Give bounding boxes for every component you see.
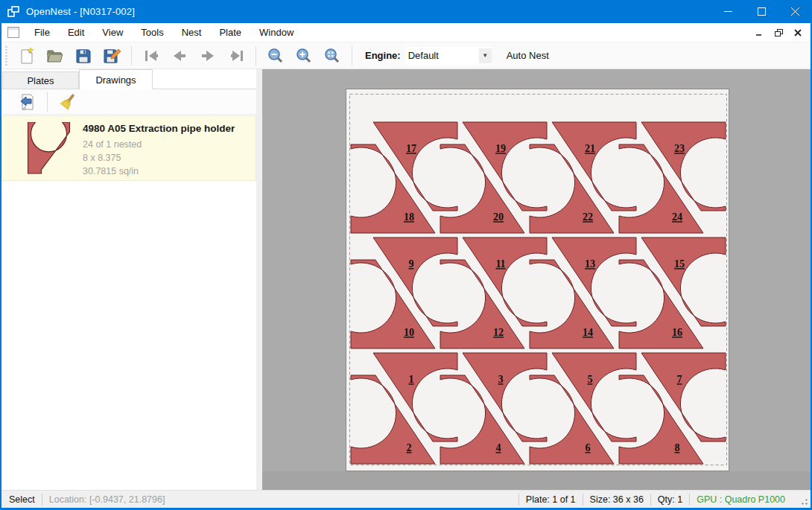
zoom-in-button[interactable] <box>291 45 317 67</box>
nested-part[interactable] <box>641 122 726 211</box>
panel-splitter[interactable] <box>256 69 262 490</box>
open-file-button[interactable] <box>42 45 68 67</box>
nested-part[interactable] <box>530 144 614 233</box>
zoom-out-icon <box>267 48 284 64</box>
engine-value: Default <box>405 50 479 61</box>
import-drawing-button[interactable] <box>14 91 39 113</box>
nested-part[interactable] <box>552 238 636 326</box>
nested-part[interactable] <box>530 375 614 464</box>
engine-combobox[interactable]: Default ▼ <box>405 47 492 65</box>
menu-edit[interactable]: Edit <box>59 23 93 42</box>
import-drawing-icon <box>18 93 36 111</box>
nested-part[interactable] <box>351 144 435 233</box>
tab-plates[interactable]: Plates <box>2 71 79 89</box>
engine-label: Engine: <box>365 50 401 61</box>
nested-part[interactable] <box>440 375 524 464</box>
first-plate-icon <box>143 49 159 63</box>
zoom-out-button[interactable] <box>263 45 288 67</box>
chevron-down-icon[interactable]: ▼ <box>479 48 492 63</box>
opennest-window: OpenNest - [N0317-002] File Edit View To… <box>0 0 812 510</box>
close-button[interactable] <box>778 0 812 23</box>
nested-part[interactable] <box>619 260 703 348</box>
menu-file[interactable]: File <box>25 23 59 42</box>
drawing-size: 8 x 8.375 <box>83 151 235 165</box>
menu-tools[interactable]: Tools <box>132 23 172 42</box>
nested-part[interactable] <box>463 353 547 442</box>
title-bar: OpenNest - [N0317-002] <box>0 0 812 23</box>
main-toolbar: Engine: Default ▼ Auto Nest <box>1 42 811 69</box>
mdi-restore-icon[interactable] <box>770 25 787 40</box>
tab-drawings[interactable]: Drawings <box>79 69 153 89</box>
status-plate: Plate: 1 of 1 <box>526 494 576 505</box>
part-number-label: 10 <box>404 327 414 338</box>
nested-part[interactable] <box>552 122 636 211</box>
nested-part[interactable] <box>373 122 457 211</box>
part-number-label: 23 <box>674 143 685 154</box>
new-file-button[interactable] <box>14 45 39 67</box>
nested-part[interactable] <box>463 122 547 211</box>
part-number-label: 20 <box>493 211 504 223</box>
part-number-label: 2 <box>407 442 412 453</box>
save-as-icon <box>103 48 121 64</box>
drawings-panel: Plates Drawings <box>1 69 256 490</box>
zoom-in-icon <box>296 48 312 64</box>
part-number-label: 16 <box>672 327 682 338</box>
menu-window[interactable]: Window <box>250 23 302 42</box>
menu-bar: File Edit View Tools Nest Plate Window <box>1 23 811 42</box>
toolbar-grip[interactable] <box>4 46 8 66</box>
drawings-toolbar <box>1 89 256 115</box>
part-number-label: 22 <box>583 211 593 223</box>
nested-part[interactable] <box>373 353 457 442</box>
nested-part[interactable] <box>641 238 726 326</box>
menu-plate[interactable]: Plate <box>210 23 250 42</box>
canvas-bottom-strip <box>262 471 812 490</box>
zoom-fit-button[interactable] <box>320 45 345 67</box>
part-number-label: 19 <box>495 143 506 154</box>
nested-part[interactable] <box>351 260 435 348</box>
menu-view[interactable]: View <box>93 23 132 42</box>
drawing-list-item[interactable]: 4980 A05 Extraction pipe holder 24 of 1 … <box>1 115 256 181</box>
part-number-label: 17 <box>406 143 416 154</box>
part-number-label: 24 <box>672 211 682 223</box>
clear-drawings-icon <box>59 93 77 111</box>
part-number-label: 8 <box>675 442 680 453</box>
minimize-button[interactable] <box>711 0 745 23</box>
next-plate-icon <box>200 49 215 63</box>
nested-part[interactable] <box>351 375 435 464</box>
save-button[interactable] <box>71 45 96 67</box>
last-plate-icon <box>228 49 244 63</box>
drawing-title: 4980 A05 Extraction pipe holder <box>83 123 235 134</box>
mdi-minimize-icon[interactable] <box>751 25 767 40</box>
nested-part[interactable] <box>463 238 547 326</box>
nested-part[interactable] <box>530 260 614 348</box>
nested-part[interactable] <box>552 353 636 442</box>
nested-part[interactable] <box>440 260 524 348</box>
part-number-label: 12 <box>493 327 504 338</box>
previous-plate-button[interactable] <box>167 45 192 67</box>
part-number-label: 13 <box>585 258 595 270</box>
clear-drawings-button[interactable] <box>55 91 80 113</box>
nest-drawing[interactable]: 171819202122232491011121314151612345678 <box>346 89 730 472</box>
open-file-icon <box>46 48 64 64</box>
nested-part[interactable] <box>619 144 703 233</box>
nested-part[interactable] <box>373 238 457 326</box>
part-number-label: 4 <box>496 442 501 453</box>
nested-part[interactable] <box>641 353 726 442</box>
plate-sheet[interactable]: 171819202122232491011121314151612345678 <box>346 89 729 471</box>
last-plate-button[interactable] <box>223 45 249 67</box>
nest-canvas[interactable]: 171819202122232491011121314151612345678 <box>262 69 812 490</box>
resize-grip-icon[interactable] <box>799 496 808 506</box>
auto-nest-button[interactable]: Auto Nest <box>502 47 554 64</box>
mdi-document-icon[interactable] <box>7 27 19 38</box>
nested-part[interactable] <box>440 144 524 233</box>
drawing-area: 30.7815 sq/in <box>83 165 235 178</box>
menu-nest[interactable]: Nest <box>173 23 211 42</box>
mdi-close-icon[interactable] <box>790 25 806 40</box>
nested-part[interactable] <box>619 375 703 464</box>
status-location: Location: [-0.9437, 21.8796] <box>49 494 165 505</box>
previous-plate-icon <box>172 49 187 63</box>
save-as-button[interactable] <box>99 45 124 67</box>
first-plate-button[interactable] <box>139 45 164 67</box>
next-plate-button[interactable] <box>195 45 221 67</box>
maximize-button[interactable] <box>745 0 778 23</box>
